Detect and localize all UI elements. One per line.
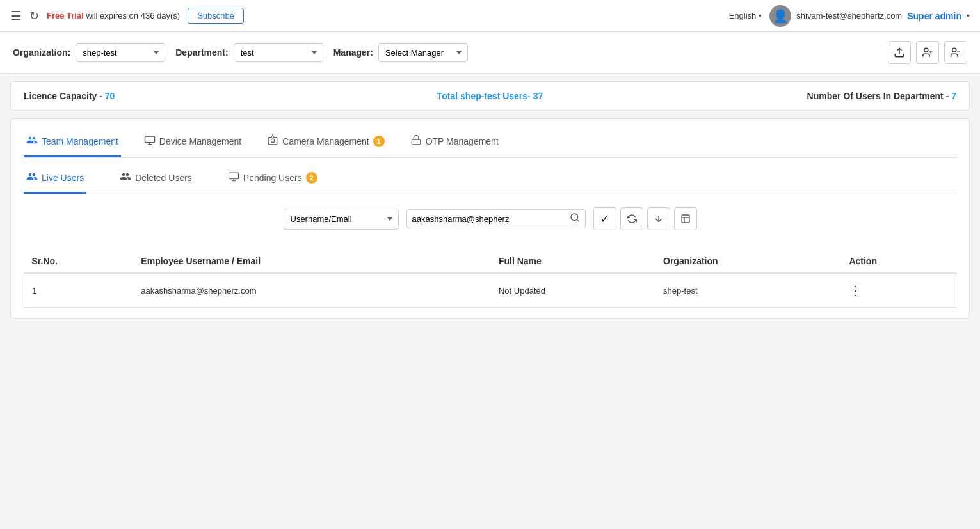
filters-bar: Organization: shep-test Department: test… xyxy=(0,32,980,74)
filter-actions xyxy=(888,41,967,64)
table-wrap: Sr.No. Employee Username / Email Full Na… xyxy=(24,249,956,308)
user-info[interactable]: 👤 shivam-test@shephertz.com Super admin … xyxy=(769,5,970,27)
team-management-icon xyxy=(26,134,38,148)
subtab-deleted-users[interactable]: Deleted Users xyxy=(117,166,195,194)
department-filter: Department: test xyxy=(175,43,323,62)
subtab-live-users-label: Live Users xyxy=(42,173,84,183)
top-bar-right: English ▾ 👤 shivam-test@shephertz.com Su… xyxy=(729,5,970,27)
remove-user-button[interactable] xyxy=(944,41,967,64)
pending-badge: 2 xyxy=(306,172,317,184)
col-fullname: Full Name xyxy=(491,249,655,273)
top-bar: ☰ ↻ Free Trial will expires on 436 day(s… xyxy=(0,0,980,32)
language-selector[interactable]: English ▾ xyxy=(729,11,762,20)
tab-device-management-label: Device Management xyxy=(159,136,241,146)
manager-filter: Manager: Select Manager xyxy=(333,43,468,62)
subtab-pending-users-label: Pending Users xyxy=(243,173,302,183)
licence-capacity: Licence Capacity - 70 xyxy=(24,91,335,101)
licence-value: 70 xyxy=(105,91,115,101)
sort-button[interactable] xyxy=(647,207,670,230)
table-row: 1 aakashsharma@shepherz.com Not Updated … xyxy=(24,273,956,308)
export-button[interactable] xyxy=(888,41,911,64)
department-select[interactable]: test xyxy=(234,43,323,62)
user-email: shivam-test@shephertz.com xyxy=(796,11,902,20)
total-users-label: Total shep-test Users- xyxy=(437,91,533,101)
tab-camera-management[interactable]: Camera Management 1 xyxy=(264,129,387,157)
tabs-row1: Team Management Device Management Camera… xyxy=(24,129,956,158)
col-email: Employee Username / Email xyxy=(133,249,491,273)
manager-select[interactable]: Select Manager xyxy=(378,43,468,62)
search-input[interactable] xyxy=(412,214,570,224)
total-users-link[interactable]: Total shep-test Users- 37 xyxy=(437,91,543,101)
device-management-icon xyxy=(144,134,156,148)
svg-rect-9 xyxy=(229,173,238,179)
user-dropdown-arrow: ▾ xyxy=(967,12,970,19)
department-label: Department: xyxy=(175,47,228,58)
svg-rect-11 xyxy=(682,215,689,223)
col-srno: Sr.No. xyxy=(24,249,134,273)
table-action-buttons: ✓ xyxy=(593,207,697,230)
search-input-wrap xyxy=(406,209,586,228)
svg-rect-8 xyxy=(412,139,421,145)
main-content: Team Management Device Management Camera… xyxy=(10,118,970,319)
otp-management-icon xyxy=(410,134,422,148)
deleted-users-icon xyxy=(120,171,131,184)
confirm-button[interactable]: ✓ xyxy=(593,207,616,230)
free-trial-text: Free Trial will expires on 436 day(s) xyxy=(47,11,180,20)
total-users-value: 37 xyxy=(533,91,543,101)
camera-management-icon xyxy=(267,134,278,148)
tab-otp-management-label: OTP Management xyxy=(426,136,499,146)
cell-email: aakashsharma@shepherz.com xyxy=(133,273,491,308)
manager-label: Manager: xyxy=(333,47,373,58)
tab-otp-management[interactable]: OTP Management xyxy=(408,129,501,157)
language-dropdown-arrow: ▾ xyxy=(759,12,762,19)
cell-fullname: Not Updated xyxy=(491,273,655,308)
free-trial-label: Free Trial xyxy=(47,11,84,20)
top-bar-left: ☰ ↻ Free Trial will expires on 436 day(s… xyxy=(10,8,729,24)
language-label: English xyxy=(729,11,757,20)
svg-point-10 xyxy=(571,214,578,221)
subtab-live-users[interactable]: Live Users xyxy=(24,166,86,194)
users-table: Sr.No. Employee Username / Email Full Na… xyxy=(24,249,956,308)
col-org: Organization xyxy=(655,249,841,273)
svg-point-7 xyxy=(271,139,275,142)
col-action: Action xyxy=(841,249,956,273)
tab-device-management[interactable]: Device Management xyxy=(141,129,244,157)
tab-team-management-label: Team Management xyxy=(42,136,118,146)
svg-point-1 xyxy=(924,48,928,52)
subtab-deleted-users-label: Deleted Users xyxy=(135,173,192,183)
live-users-icon xyxy=(26,171,38,184)
add-user-button[interactable] xyxy=(916,41,939,64)
table-export-button[interactable] xyxy=(674,207,697,230)
organization-label: Organization: xyxy=(13,47,70,58)
dept-users-value: 7 xyxy=(951,91,956,101)
search-type-select[interactable]: Username/Email xyxy=(284,209,399,230)
search-button[interactable] xyxy=(570,212,580,225)
svg-rect-6 xyxy=(145,136,154,143)
free-trial-suffix: will expires on 436 day(s) xyxy=(86,11,180,20)
pending-users-icon xyxy=(228,171,239,184)
table-header: Sr.No. Employee Username / Email Full Na… xyxy=(24,249,956,273)
stats-bar: Licence Capacity - 70 Total shep-test Us… xyxy=(10,81,970,111)
super-admin-label: Super admin xyxy=(907,11,961,21)
table-refresh-button[interactable] xyxy=(620,207,643,230)
svg-point-4 xyxy=(952,48,956,52)
action-menu-button[interactable]: ⋮ xyxy=(849,283,862,297)
camera-badge: 1 xyxy=(373,136,385,147)
dept-users-label: Number Of Users In Department - xyxy=(807,91,952,101)
subscribe-button[interactable]: Subscribe xyxy=(188,8,244,24)
organization-filter: Organization: shep-test xyxy=(13,43,165,62)
tab-camera-management-label: Camera Management xyxy=(282,136,369,146)
search-row: Username/Email ✓ xyxy=(24,194,956,237)
total-users: Total shep-test Users- 37 xyxy=(335,91,646,101)
organization-select[interactable]: shep-test xyxy=(76,43,165,62)
cell-org: shep-test xyxy=(655,273,841,308)
cell-action: ⋮ xyxy=(841,273,956,308)
hamburger-icon[interactable]: ☰ xyxy=(10,8,22,24)
avatar: 👤 xyxy=(769,5,791,27)
dept-users: Number Of Users In Department - 7 xyxy=(645,91,956,101)
tab-team-management[interactable]: Team Management xyxy=(24,129,121,157)
subtab-pending-users[interactable]: Pending Users 2 xyxy=(225,166,320,194)
table-body: 1 aakashsharma@shepherz.com Not Updated … xyxy=(24,273,956,308)
refresh-icon[interactable]: ↻ xyxy=(29,9,39,23)
tabs-row2: Live Users Deleted Users Pending Users 2 xyxy=(24,158,956,194)
